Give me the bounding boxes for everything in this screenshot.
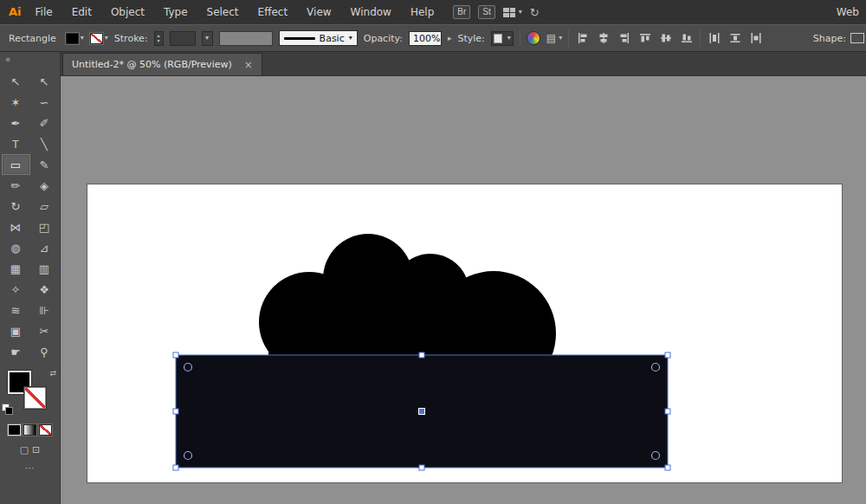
menu-item[interactable]: Help [410, 6, 434, 18]
align-left-button[interactable] [575, 31, 590, 46]
opacity-label: Opacity: [364, 33, 403, 44]
gradient-tool[interactable]: ▥ [30, 258, 59, 279]
graphic-style-swatch [494, 34, 502, 43]
slice-tool[interactable]: ✂ [30, 320, 59, 341]
gradient-button[interactable] [23, 424, 36, 436]
align-right-button[interactable] [617, 31, 631, 46]
selection-handle[interactable] [665, 352, 670, 358]
draw-inside-icon[interactable]: ⊡ [32, 444, 40, 456]
recolor-artwork-button[interactable] [527, 31, 540, 45]
selection-handle[interactable] [665, 409, 670, 414]
free-transform-tool[interactable]: ◰ [30, 216, 59, 237]
draw-normal-icon[interactable]: ▢ [20, 444, 29, 456]
curvature-tool[interactable]: ✐ [30, 113, 59, 133]
blend-tool[interactable]: ❖ [30, 279, 59, 300]
menu-item[interactable]: Select [207, 6, 239, 18]
line-segment-tool[interactable]: ╲ [30, 133, 59, 154]
menu-item[interactable]: Edit [72, 6, 92, 18]
pencil-tool[interactable]: ✏ [2, 175, 30, 196]
stroke-color-dropdown[interactable]: ▾ [90, 33, 108, 44]
brush-definition-dropdown[interactable]: ▾ [219, 31, 273, 46]
active-tool-label: Rectangle [9, 33, 56, 44]
menu-bar: Ai FileEditObjectTypeSelectEffectViewWin… [0, 0, 866, 24]
menu-item[interactable]: File [36, 6, 53, 18]
workspace-switcher[interactable]: Web [828, 6, 859, 18]
opacity-flyout-icon[interactable]: ▸ [448, 34, 452, 42]
selection-handle[interactable] [173, 465, 178, 470]
divider [520, 29, 520, 47]
arrange-documents-button[interactable]: ▾ [503, 8, 522, 17]
align-center-icon [598, 33, 609, 43]
stroke-weight-stepper[interactable]: ▴ ▾ [154, 31, 164, 46]
stroke-swatch[interactable] [24, 387, 46, 409]
align-middle-button[interactable] [658, 31, 673, 46]
chevron-down-icon: ▾ [81, 35, 84, 42]
column-graph-tool[interactable]: ⊪ [30, 300, 59, 320]
selection-handle[interactable] [665, 465, 670, 470]
symbol-sprayer-tool[interactable]: ≋ [2, 300, 30, 320]
lasso-tool[interactable]: ∽ [30, 92, 59, 113]
swap-fill-stroke-icon[interactable]: ⇄ [49, 369, 56, 378]
perspective-grid-tool[interactable]: ⊿ [30, 237, 59, 258]
selection-center-point[interactable] [419, 409, 425, 415]
stroke-weight-field[interactable] [170, 31, 196, 46]
none-button[interactable] [39, 424, 52, 436]
menu-item[interactable]: Type [164, 6, 188, 18]
shape-builder-tool[interactable]: ◍ [2, 237, 30, 258]
align-bottom-button[interactable] [679, 31, 694, 46]
distribute-right-button[interactable] [748, 31, 763, 46]
rotate-tool[interactable]: ↻ [2, 196, 30, 216]
selection-handle[interactable] [419, 465, 424, 470]
eraser-tool[interactable]: ◈ [30, 175, 59, 196]
canvas[interactable] [61, 76, 866, 504]
fill-color-dropdown[interactable]: ▾ [66, 33, 84, 44]
chevron-down-icon: ▾ [105, 35, 108, 42]
opacity-field[interactable]: 100% [409, 31, 442, 46]
bridge-button[interactable]: Br [453, 5, 470, 19]
menu-item[interactable]: Window [351, 6, 391, 18]
artboard-tool[interactable]: ▣ [2, 320, 30, 341]
scale-tool[interactable]: ▱ [30, 196, 59, 216]
align-center-button[interactable] [596, 31, 611, 46]
menu-item[interactable]: Effect [258, 6, 288, 18]
eyedropper-tool[interactable]: ✧ [2, 279, 30, 300]
illustrator-window: Ai FileEditObjectTypeSelectEffectViewWin… [0, 0, 866, 504]
pen-tool[interactable]: ✒ [2, 113, 30, 133]
screen-mode-button[interactable]: ⋯ [0, 462, 60, 474]
type-tool[interactable]: T [2, 133, 30, 154]
selection-handle[interactable] [419, 352, 424, 358]
paintbrush-tool[interactable]: ✎ [30, 154, 59, 175]
illustrator-logo-icon[interactable]: Ai [7, 3, 27, 21]
stroke-style-dropdown[interactable]: Basic ▾ [279, 30, 358, 46]
document-tab-bar: Untitled-2* @ 50% (RGB/Preview) × [61, 52, 866, 76]
direct-selection-tool[interactable]: ↖ [30, 71, 59, 92]
default-fill-stroke-icon[interactable] [2, 404, 10, 411]
document-setup-icon: ▤ [546, 32, 556, 44]
distribute-center-button[interactable] [727, 31, 742, 46]
graphic-style-dropdown[interactable]: ▾ [491, 31, 514, 46]
zoom-tool[interactable]: ⚲ [30, 341, 59, 362]
selection-handle[interactable] [173, 352, 178, 358]
magic-wand-tool[interactable]: ✶ [2, 92, 30, 113]
stroke-weight-dropdown[interactable]: ▾ [202, 31, 213, 46]
sync-icon[interactable]: ↻ [530, 6, 540, 19]
hand-tool[interactable]: ☛ [2, 341, 30, 362]
tools-panel-collapse[interactable]: « [0, 52, 60, 68]
width-tool[interactable]: ⋈ [2, 216, 30, 237]
selection-handle[interactable] [173, 409, 178, 414]
mesh-tool[interactable]: ▦ [2, 258, 30, 279]
style-button[interactable]: St [478, 5, 494, 19]
align-top-button[interactable] [637, 31, 652, 46]
menu-item[interactable]: View [307, 6, 331, 18]
chevron-down-icon: ▾ [349, 35, 352, 42]
color-button[interactable] [8, 424, 21, 436]
close-icon[interactable]: × [244, 59, 253, 71]
shape-widget-icon[interactable] [850, 33, 864, 43]
document-setup-button[interactable]: ▤ ▾ [546, 32, 562, 44]
distribute-left-button[interactable] [707, 31, 721, 46]
selection-tool[interactable]: ↖ [2, 71, 30, 92]
rectangle-tool[interactable]: ▭ [2, 154, 30, 175]
menu-item[interactable]: Object [111, 6, 145, 18]
control-bar: Rectangle ▾ ▾ Stroke: ▴ ▾ ▾ ▾ Basic ▾ Op… [0, 24, 866, 52]
document-tab[interactable]: Untitled-2* @ 50% (RGB/Preview) × [62, 53, 262, 75]
